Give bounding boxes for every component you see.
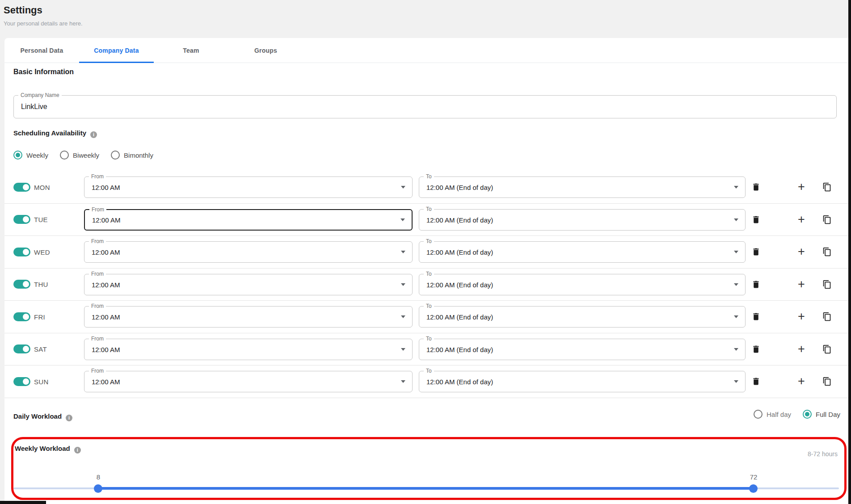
from-value: 12:00 AM — [92, 313, 120, 321]
from-value: 12:00 AM — [92, 184, 120, 191]
day-label: TUE — [34, 216, 48, 223]
day-toggle[interactable] — [13, 312, 30, 321]
page-header: Settings Your personal details are here. — [4, 4, 83, 27]
to-time-select[interactable]: To 12:00 AM (End of day) — [419, 306, 746, 328]
copy-icon — [822, 377, 832, 386]
add-interval-button[interactable]: + — [795, 213, 808, 226]
copy-row-button[interactable] — [821, 343, 833, 355]
from-time-select[interactable]: From 12:00 AM — [84, 241, 413, 263]
from-time-select[interactable]: From 12:00 AM — [84, 176, 413, 198]
day-row: WED From 12:00 AM To 12:00 AM (End of da… — [4, 236, 848, 269]
trash-icon — [751, 182, 761, 192]
copy-row-button[interactable] — [821, 278, 833, 290]
day-row: MON From 12:00 AM To 12:00 AM (End of da… — [4, 171, 848, 204]
radio-full-day[interactable]: Full Day — [803, 410, 840, 419]
tab-personal-data[interactable]: Personal Data — [4, 38, 79, 63]
from-label: From — [89, 206, 106, 213]
day-toggle[interactable] — [13, 215, 30, 224]
day-toggle[interactable] — [13, 183, 30, 192]
info-icon[interactable] — [66, 415, 72, 421]
to-value: 12:00 AM (End of day) — [426, 216, 493, 223]
add-interval-button[interactable]: + — [795, 311, 808, 323]
add-interval-button[interactable]: + — [795, 278, 808, 290]
slider-handle-min[interactable] — [94, 484, 102, 493]
weekly-workload-range-hint: 8-72 hours — [808, 450, 838, 458]
day-label: FRI — [34, 313, 45, 320]
delete-row-button[interactable] — [750, 278, 762, 290]
copy-row-button[interactable] — [821, 311, 833, 323]
tab-team[interactable]: Team — [154, 38, 228, 63]
day-toggle[interactable] — [13, 248, 30, 256]
toggle-knob-icon — [22, 345, 30, 353]
day-toggle[interactable] — [13, 344, 30, 353]
trash-icon — [751, 280, 761, 289]
company-name-field[interactable]: Company Name LinkLive — [13, 95, 837, 118]
to-time-select[interactable]: To 12:00 AM (End of day) — [419, 371, 746, 392]
to-time-select[interactable]: To 12:00 AM (End of day) — [419, 339, 746, 360]
to-label: To — [424, 303, 434, 309]
from-label: From — [89, 271, 106, 277]
delete-row-button[interactable] — [750, 343, 762, 355]
settings-card: Personal Data Company Data Team Groups B… — [4, 38, 848, 504]
info-icon[interactable] — [90, 131, 97, 138]
delete-row-button[interactable] — [750, 246, 762, 258]
copy-icon — [822, 280, 832, 289]
basic-information-heading: Basic Information — [13, 68, 74, 76]
copy-row-button[interactable] — [821, 213, 833, 226]
radio-bimonthly-label: Bimonthly — [124, 151, 153, 159]
to-time-select[interactable]: To 12:00 AM (End of day) — [419, 209, 746, 231]
day-toggle[interactable] — [13, 280, 30, 289]
day-label: THU — [34, 281, 48, 288]
day-label: SAT — [34, 345, 47, 353]
tab-bar: Personal Data Company Data Team Groups — [4, 38, 848, 63]
radio-biweekly-label: Biweekly — [73, 151, 99, 159]
radio-half-day[interactable]: Half day — [754, 410, 791, 419]
from-time-select[interactable]: From 12:00 AM — [84, 339, 413, 360]
delete-row-button[interactable] — [750, 181, 762, 193]
delete-row-button[interactable] — [750, 213, 762, 226]
to-value: 12:00 AM (End of day) — [426, 313, 493, 321]
to-time-select[interactable]: To 12:00 AM (End of day) — [419, 274, 746, 295]
from-label: From — [89, 368, 106, 374]
slider-track-active[interactable] — [98, 487, 754, 490]
copy-row-button[interactable] — [821, 181, 833, 193]
tab-groups[interactable]: Groups — [228, 38, 303, 63]
radio-circle — [803, 410, 812, 419]
to-time-select[interactable]: To 12:00 AM (End of day) — [419, 176, 746, 198]
from-time-select[interactable]: From 12:00 AM — [84, 306, 413, 328]
day-row: SUN From 12:00 AM To 12:00 AM (End of da… — [4, 365, 848, 398]
info-icon[interactable] — [74, 447, 81, 454]
from-label: From — [89, 173, 106, 180]
to-label: To — [424, 238, 434, 244]
add-interval-button[interactable]: + — [795, 343, 808, 355]
copy-row-button[interactable] — [821, 375, 833, 388]
delete-row-button[interactable] — [750, 311, 762, 323]
screenshot-right-edge — [848, 0, 851, 504]
from-time-select[interactable]: From 12:00 AM — [84, 274, 413, 295]
to-time-select[interactable]: To 12:00 AM (End of day) — [419, 241, 746, 263]
caret-down-icon — [734, 218, 738, 221]
from-time-select[interactable]: From 12:00 AM — [84, 371, 413, 392]
radio-biweekly[interactable]: Biweekly — [60, 151, 99, 160]
caret-down-icon — [401, 315, 405, 318]
radio-bimonthly[interactable]: Bimonthly — [111, 151, 153, 160]
delete-row-button[interactable] — [750, 375, 762, 388]
slider-handle-max[interactable] — [749, 484, 758, 493]
from-time-select[interactable]: From 12:00 AM — [84, 209, 413, 231]
day-toggle[interactable] — [13, 377, 30, 386]
to-value: 12:00 AM (End of day) — [426, 378, 493, 386]
add-interval-button[interactable]: + — [795, 375, 808, 388]
company-name-value: LinkLive — [21, 103, 47, 111]
add-interval-button[interactable]: + — [795, 181, 808, 193]
from-label: From — [89, 336, 106, 342]
scheduling-frequency-radio-group: Weekly Biweekly Bimonthly — [13, 151, 153, 160]
slider-max-value: 72 — [745, 473, 763, 481]
to-value: 12:00 AM (End of day) — [426, 345, 493, 353]
day-rows: MON From 12:00 AM To 12:00 AM (End of da… — [4, 171, 848, 398]
tab-company-data[interactable]: Company Data — [79, 38, 154, 63]
radio-weekly[interactable]: Weekly — [13, 151, 48, 160]
copy-row-button[interactable] — [821, 246, 833, 258]
add-interval-button[interactable]: + — [795, 246, 808, 258]
company-name-label: Company Name — [18, 92, 62, 98]
daily-workload-radio-group: Half day Full Day — [754, 410, 840, 419]
